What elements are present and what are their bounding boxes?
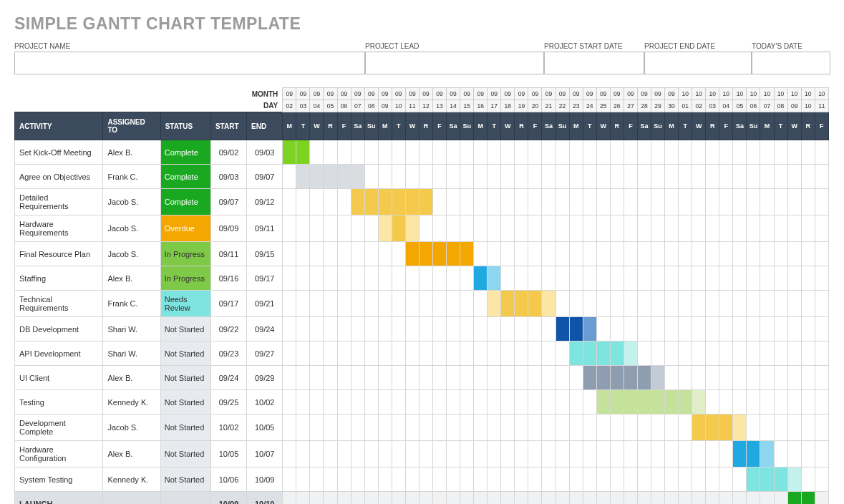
gantt-cell[interactable] xyxy=(364,467,378,492)
gantt-cell[interactable] xyxy=(501,441,515,467)
gantt-cell[interactable] xyxy=(665,366,679,390)
start-cell[interactable]: 09/25 xyxy=(210,390,246,415)
gantt-cell[interactable] xyxy=(787,341,801,366)
status-cell[interactable]: Not Started xyxy=(160,366,210,390)
gantt-cell[interactable] xyxy=(651,317,664,341)
gantt-cell[interactable] xyxy=(556,366,569,390)
gantt-cell[interactable] xyxy=(405,291,419,317)
gantt-cell[interactable] xyxy=(747,215,760,242)
gantt-cell[interactable] xyxy=(556,242,569,266)
gantt-cell[interactable] xyxy=(488,441,501,467)
gantt-cell[interactable] xyxy=(488,189,501,215)
gantt-cell[interactable] xyxy=(542,341,556,366)
gantt-cell[interactable] xyxy=(679,215,692,242)
activity-cell[interactable]: Staffing xyxy=(15,266,103,291)
gantt-cell[interactable] xyxy=(665,242,679,266)
gantt-cell[interactable] xyxy=(679,266,692,291)
gantt-cell[interactable] xyxy=(419,441,432,467)
gantt-cell[interactable] xyxy=(310,390,324,415)
end-cell[interactable]: 09/07 xyxy=(247,165,283,189)
today-input[interactable] xyxy=(752,52,830,74)
gantt-cell[interactable] xyxy=(556,441,569,467)
gantt-cell[interactable] xyxy=(747,189,760,215)
gantt-cell[interactable] xyxy=(392,341,405,366)
gantt-cell[interactable] xyxy=(665,140,679,165)
gantt-cell[interactable] xyxy=(692,165,706,189)
gantt-cell[interactable] xyxy=(801,189,815,215)
gantt-cell[interactable] xyxy=(296,140,310,165)
gantt-cell[interactable] xyxy=(528,415,542,441)
gantt-cell[interactable] xyxy=(419,415,432,441)
activity-cell[interactable]: Hardware Requirements xyxy=(15,215,103,242)
gantt-cell[interactable] xyxy=(637,242,651,266)
gantt-cell[interactable] xyxy=(515,215,528,242)
gantt-cell[interactable] xyxy=(351,242,364,266)
activity-cell[interactable]: Technical Requirements xyxy=(15,291,103,317)
gantt-cell[interactable] xyxy=(447,165,460,189)
gantt-cell[interactable] xyxy=(351,165,364,189)
gantt-cell[interactable] xyxy=(337,140,351,165)
gantt-cell[interactable] xyxy=(787,266,801,291)
gantt-cell[interactable] xyxy=(432,341,446,366)
gantt-cell[interactable] xyxy=(651,242,664,266)
activity-cell[interactable]: Development Complete xyxy=(15,415,103,441)
gantt-cell[interactable] xyxy=(296,492,310,505)
gantt-cell[interactable] xyxy=(583,189,596,215)
gantt-cell[interactable] xyxy=(787,189,801,215)
gantt-cell[interactable] xyxy=(719,242,733,266)
gantt-cell[interactable] xyxy=(815,189,828,215)
gantt-cell[interactable] xyxy=(405,215,419,242)
gantt-cell[interactable] xyxy=(637,165,651,189)
gantt-cell[interactable] xyxy=(405,165,419,189)
gantt-cell[interactable] xyxy=(569,467,583,492)
gantt-cell[interactable] xyxy=(637,366,651,390)
gantt-cell[interactable] xyxy=(324,341,337,366)
gantt-cell[interactable] xyxy=(324,317,337,341)
gantt-cell[interactable] xyxy=(337,492,351,505)
gantt-cell[interactable] xyxy=(364,441,378,467)
gantt-cell[interactable] xyxy=(787,441,801,467)
gantt-cell[interactable] xyxy=(679,492,692,505)
gantt-cell[interactable] xyxy=(392,242,405,266)
gantt-cell[interactable] xyxy=(610,291,624,317)
status-cell[interactable]: Complete xyxy=(160,140,210,165)
gantt-cell[interactable] xyxy=(296,189,310,215)
gantt-cell[interactable] xyxy=(474,366,488,390)
gantt-cell[interactable] xyxy=(351,467,364,492)
gantt-cell[interactable] xyxy=(460,215,474,242)
gantt-cell[interactable] xyxy=(432,415,446,441)
gantt-cell[interactable] xyxy=(610,189,624,215)
gantt-cell[interactable] xyxy=(378,140,392,165)
gantt-cell[interactable] xyxy=(747,467,760,492)
start-cell[interactable]: 09/11 xyxy=(210,242,246,266)
gantt-cell[interactable] xyxy=(474,242,488,266)
gantt-cell[interactable] xyxy=(801,467,815,492)
gantt-cell[interactable] xyxy=(419,189,432,215)
gantt-cell[interactable] xyxy=(760,366,774,390)
gantt-cell[interactable] xyxy=(706,291,719,317)
gantt-cell[interactable] xyxy=(815,492,828,505)
gantt-cell[interactable] xyxy=(419,467,432,492)
gantt-cell[interactable] xyxy=(542,366,556,390)
gantt-cell[interactable] xyxy=(706,415,719,441)
activity-cell[interactable]: Set Kick-Off Meeting xyxy=(15,140,103,165)
gantt-cell[interactable] xyxy=(432,291,446,317)
gantt-cell[interactable] xyxy=(419,140,432,165)
gantt-cell[interactable] xyxy=(787,215,801,242)
status-cell[interactable]: Complete xyxy=(160,165,210,189)
gantt-cell[interactable] xyxy=(706,242,719,266)
gantt-cell[interactable] xyxy=(378,341,392,366)
end-cell[interactable]: 09/27 xyxy=(247,341,283,366)
gantt-cell[interactable] xyxy=(733,140,747,165)
gantt-cell[interactable] xyxy=(474,341,488,366)
activity-cell[interactable]: Hardware Configuration xyxy=(15,441,103,467)
gantt-cell[interactable] xyxy=(706,189,719,215)
gantt-cell[interactable] xyxy=(501,467,515,492)
gantt-cell[interactable] xyxy=(583,366,596,390)
gantt-cell[interactable] xyxy=(774,291,787,317)
assigned-cell[interactable]: Alex B. xyxy=(103,140,160,165)
gantt-cell[interactable] xyxy=(692,215,706,242)
gantt-cell[interactable] xyxy=(569,215,583,242)
gantt-cell[interactable] xyxy=(296,317,310,341)
gantt-cell[interactable] xyxy=(692,441,706,467)
